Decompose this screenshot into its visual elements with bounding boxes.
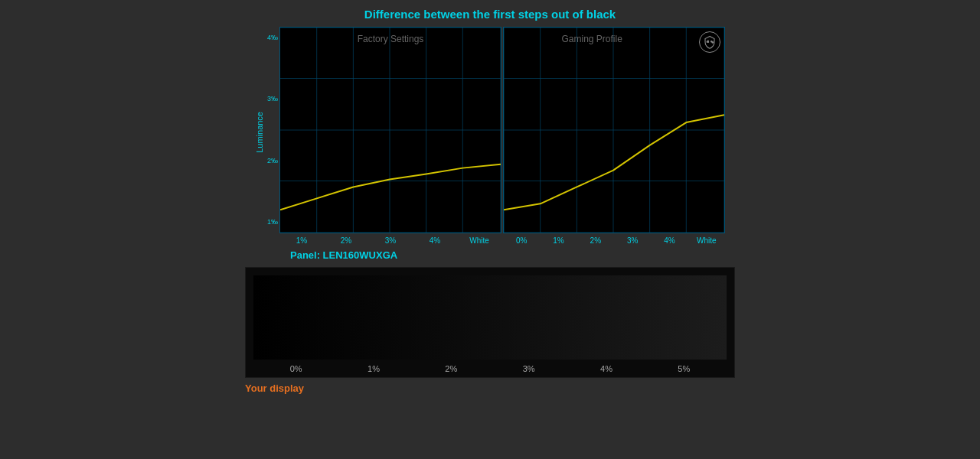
gaming-chart-grid <box>504 28 724 233</box>
y-axis-ticks: 1‰ 2‰ 3‰ 4‰ <box>267 27 278 233</box>
bottom-x-0pct: 0% <box>257 364 335 373</box>
charts-inner: Factory Settings <box>279 27 725 245</box>
panel-info: Panel: LEN160WUXGA <box>290 249 397 261</box>
gaming-x-1pct: 1% <box>540 236 577 245</box>
factory-x-axis: 1% 2% 3% 4% White <box>279 236 501 245</box>
your-display-label: Your display <box>245 382 735 394</box>
bottom-chart-area <box>253 275 727 360</box>
bottom-chart-svg <box>253 275 727 360</box>
y-tick-4: 4‰ <box>267 34 278 41</box>
factory-x-4pct: 4% <box>413 236 457 245</box>
factory-x-2pct: 2% <box>324 236 368 245</box>
bottom-x-3pct: 3% <box>490 364 567 373</box>
charts-with-y-wrapper: 1‰ 2‰ 3‰ 4‰ Factory Settings <box>267 27 725 261</box>
gaming-x-2pct: 2% <box>577 236 614 245</box>
bottom-chart-wrapper: 0% 1% 2% 3% 4% 5% <box>245 267 735 378</box>
bottom-x-axis: 0% 1% 2% 3% 4% 5% <box>253 364 727 373</box>
y-tick-2: 2‰ <box>267 158 278 164</box>
chart-title: Difference between the first steps out o… <box>364 8 616 21</box>
gaming-x-axis: 0% 1% 2% 3% 4% White <box>503 236 725 245</box>
svg-rect-27 <box>253 275 727 360</box>
factory-x-3pct: 3% <box>368 236 413 245</box>
bottom-x-5pct: 5% <box>645 364 723 373</box>
charts-and-yticks: 1‰ 2‰ 3‰ 4‰ Factory Settings <box>267 27 725 245</box>
svg-rect-12 <box>707 41 708 42</box>
y-axis-label: Luminance <box>255 112 264 153</box>
gaming-chart-wrapper: Gaming Profile <box>503 27 725 245</box>
charts-row: Luminance 1‰ 2‰ 3‰ 4‰ Factory Set <box>255 27 725 261</box>
factory-x-1pct: 1% <box>279 236 324 245</box>
bottom-x-2pct: 2% <box>413 364 490 373</box>
y-tick-1: 1‰ <box>267 219 278 226</box>
gaming-x-3pct: 3% <box>614 236 651 245</box>
top-section: Difference between the first steps out o… <box>0 0 980 261</box>
gaming-x-0pct: 0% <box>503 236 540 245</box>
factory-chart-wrapper: Factory Settings <box>279 27 501 245</box>
factory-chart-grid <box>280 28 501 233</box>
factory-x-white: White <box>457 236 501 245</box>
bottom-x-1pct: 1% <box>335 364 412 373</box>
factory-chart-panel: Factory Settings <box>279 27 501 233</box>
main-container: Difference between the first steps out o… <box>0 0 980 459</box>
svg-point-14 <box>712 42 714 44</box>
bottom-x-4pct: 4% <box>567 364 645 373</box>
factory-settings-label: Factory Settings <box>358 34 424 44</box>
gaming-icon <box>699 31 720 53</box>
gaming-x-white: White <box>688 236 725 245</box>
gaming-profile-label: Gaming Profile <box>562 34 622 44</box>
bottom-section: 0% 1% 2% 3% 4% 5% Your display <box>0 261 980 394</box>
gaming-chart-panel: Gaming Profile <box>503 27 725 233</box>
y-tick-3: 3‰ <box>267 96 278 103</box>
gaming-x-4pct: 4% <box>651 236 688 245</box>
